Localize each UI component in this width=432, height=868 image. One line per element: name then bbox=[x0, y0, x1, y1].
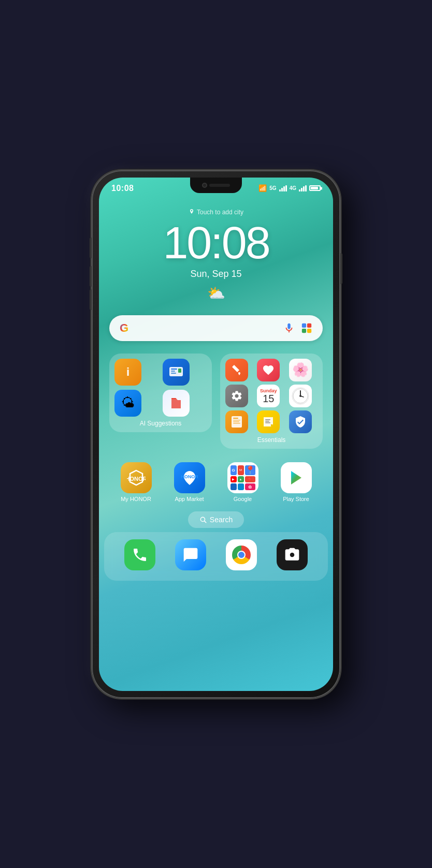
battery-icon bbox=[309, 185, 321, 191]
svg-rect-8 bbox=[178, 369, 181, 373]
svg-text:HONOR: HONOR bbox=[127, 476, 146, 482]
app-pages[interactable] bbox=[225, 410, 248, 433]
svg-line-26 bbox=[204, 521, 206, 522]
app-notes[interactable] bbox=[257, 410, 280, 433]
app-slides[interactable] bbox=[163, 359, 190, 386]
svg-rect-6 bbox=[171, 371, 175, 372]
svg-rect-7 bbox=[171, 373, 176, 374]
signal-bars-1 bbox=[279, 185, 287, 192]
weather-widget[interactable]: ⛅ bbox=[109, 285, 323, 302]
google-g-logo: G bbox=[120, 321, 128, 335]
home-search-pill[interactable]: Search bbox=[99, 511, 333, 528]
svg-rect-15 bbox=[233, 418, 238, 419]
app-calendar[interactable]: Sunday 15 bbox=[257, 385, 280, 407]
app-health[interactable] bbox=[257, 359, 280, 381]
app-info[interactable]: i bbox=[114, 359, 141, 386]
apps-grid: i 🌤 bbox=[99, 349, 333, 453]
home-apps-row: HONOR My HONOR HONOR App Market G bbox=[99, 457, 333, 507]
lens-search-icon[interactable] bbox=[301, 322, 312, 334]
app-weather[interactable]: 🌤 bbox=[114, 390, 141, 417]
search-pill-inner[interactable]: Search bbox=[188, 511, 244, 528]
dock-camera-icon[interactable] bbox=[277, 539, 308, 570]
play-store-label: Play Store bbox=[283, 496, 309, 502]
ai-suggestions-label: AI Suggestions bbox=[114, 420, 207, 427]
app-market-app[interactable]: HONOR App Market bbox=[174, 462, 205, 502]
essentials-label: Essentials bbox=[225, 436, 318, 444]
location-pin-icon bbox=[189, 209, 195, 215]
front-camera bbox=[202, 183, 207, 188]
svg-rect-1 bbox=[307, 323, 311, 327]
my-honor-label: My HONOR bbox=[121, 496, 151, 502]
svg-rect-17 bbox=[233, 421, 239, 422]
dock-messages-icon[interactable] bbox=[175, 539, 206, 570]
search-pill-label: Search bbox=[210, 516, 233, 524]
date-display: Sun, Sep 15 bbox=[109, 269, 323, 279]
svg-rect-5 bbox=[171, 369, 177, 370]
svg-rect-20 bbox=[265, 421, 269, 422]
bottom-dock bbox=[104, 532, 328, 581]
app-paint[interactable] bbox=[225, 359, 248, 381]
app-market-icon: HONOR bbox=[174, 462, 205, 493]
app-photos[interactable]: 🌸 bbox=[289, 359, 312, 381]
my-honor-app[interactable]: HONOR My HONOR bbox=[121, 462, 152, 502]
5g-badge: 5G bbox=[269, 185, 276, 191]
location-hint[interactable]: Touch to add city bbox=[109, 209, 323, 216]
ai-suggestions-apps: i 🌤 bbox=[114, 359, 207, 417]
essentials-apps: 🌸 Sunday 15 bbox=[225, 359, 318, 433]
dock-phone-icon[interactable] bbox=[124, 539, 155, 570]
google-search-bar[interactable]: G bbox=[109, 315, 323, 341]
google-folder-icon: G M 📍 ▶ ▲ 🔴 🌸 bbox=[227, 462, 258, 493]
phone-screen: 10:08 📶 5G 4G bbox=[99, 178, 333, 691]
app-files[interactable] bbox=[163, 390, 190, 417]
voice-search-icon[interactable] bbox=[283, 322, 295, 334]
ai-suggestions-folder[interactable]: i 🌤 bbox=[109, 354, 212, 432]
status-icons: 📶 5G 4G bbox=[258, 184, 321, 192]
dock-chrome-icon[interactable] bbox=[226, 539, 257, 570]
svg-rect-18 bbox=[233, 423, 240, 424]
google-folder-app[interactable]: G M 📍 ▶ ▲ 🔴 🌸 Google bbox=[227, 462, 258, 502]
notch bbox=[190, 178, 242, 193]
svg-text:HONOR: HONOR bbox=[181, 474, 198, 479]
play-store-app[interactable]: Play Store bbox=[281, 462, 312, 502]
clock-section: Touch to add city 10:08 Sun, Sep 15 ⛅ bbox=[99, 193, 333, 307]
wifi-icon: 📶 bbox=[258, 184, 267, 192]
svg-rect-0 bbox=[302, 323, 306, 327]
app-market-label: App Market bbox=[175, 496, 204, 502]
svg-rect-3 bbox=[307, 328, 311, 332]
status-time: 10:08 bbox=[111, 184, 134, 193]
svg-rect-2 bbox=[302, 328, 306, 332]
svg-rect-21 bbox=[265, 422, 270, 423]
search-bar-actions bbox=[283, 322, 312, 334]
4g-badge: 4G bbox=[290, 185, 296, 191]
play-store-icon bbox=[281, 462, 312, 493]
signal-bars-2 bbox=[299, 185, 307, 192]
svg-rect-19 bbox=[265, 419, 270, 420]
app-clock[interactable] bbox=[289, 385, 312, 407]
essentials-folder[interactable]: 🌸 Sunday 15 bbox=[220, 354, 323, 449]
location-hint-text: Touch to add city bbox=[197, 209, 243, 216]
my-honor-icon: HONOR bbox=[121, 462, 152, 493]
phone-device: 10:08 📶 5G 4G bbox=[92, 170, 340, 698]
google-folder-label: Google bbox=[234, 496, 252, 502]
svg-point-13 bbox=[299, 395, 301, 397]
big-clock: 10:08 bbox=[109, 220, 323, 266]
search-pill-icon bbox=[199, 516, 207, 523]
app-settings[interactable] bbox=[225, 385, 248, 407]
app-shield[interactable] bbox=[289, 410, 312, 433]
svg-rect-16 bbox=[233, 420, 240, 421]
face-sensor bbox=[209, 184, 230, 187]
